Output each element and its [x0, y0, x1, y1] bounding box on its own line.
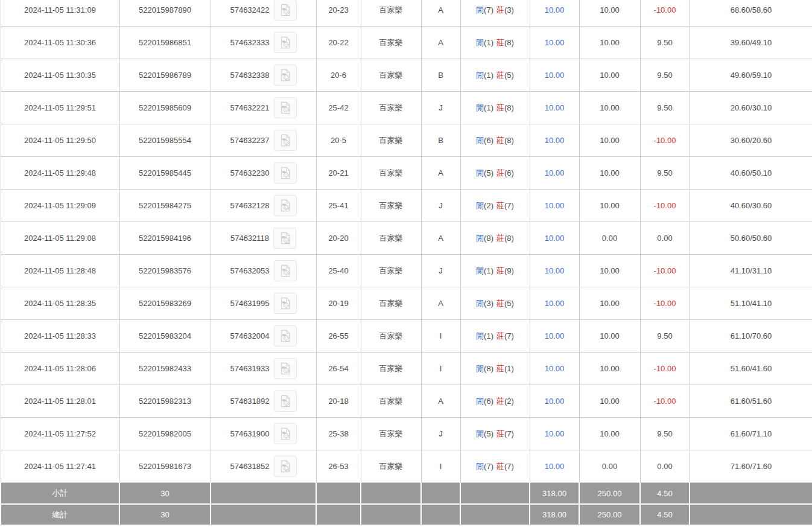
bet-amount-link[interactable]: 10.00 — [545, 299, 565, 308]
banker-points: (5) — [504, 71, 514, 80]
video-replay-button[interactable] — [274, 195, 297, 216]
cell-bet-amount: 10.00 — [530, 450, 579, 483]
payout-amount: -10.00 — [654, 136, 676, 145]
bet-amount-link[interactable]: 10.00 — [545, 364, 565, 373]
cell-balance: 39.60/49.10 — [690, 27, 812, 59]
video-file-icon — [279, 134, 291, 147]
bet-amount-link[interactable]: 10.00 — [545, 201, 565, 210]
empty-cell — [211, 504, 316, 525]
bet-amount-link[interactable]: 10.00 — [545, 5, 565, 14]
video-replay-button[interactable] — [274, 293, 297, 314]
cell-payout: 0.00 — [640, 450, 690, 483]
video-file-icon — [279, 330, 291, 342]
video-replay-button[interactable] — [273, 228, 296, 249]
subtotal-payout: 4.50 — [640, 483, 690, 505]
table-row: 2024-11-05 11:28:33 522015983204 5746320… — [1, 320, 812, 353]
cell-round-no: 574632118 — [211, 222, 316, 255]
video-file-icon — [279, 427, 291, 440]
bet-amount-link[interactable]: 10.00 — [545, 397, 565, 406]
valid-amount: 0.00 — [602, 462, 617, 471]
cell-bet-amount: 10.00 — [530, 157, 579, 190]
round-number: 574632128 — [230, 201, 269, 210]
cell-shoe-round: 25-42 — [316, 92, 361, 124]
video-replay-button[interactable] — [274, 32, 297, 53]
video-replay-button[interactable] — [274, 97, 297, 118]
bet-amount-link[interactable]: 10.00 — [545, 168, 565, 177]
bet-amount-link[interactable]: 10.00 — [545, 462, 565, 471]
bet-amount-link[interactable]: 10.00 — [545, 331, 565, 340]
shoe-round: 20-19 — [328, 299, 348, 308]
bet-time: 2024-11-05 11:30:35 — [24, 71, 96, 80]
cell-game-result: 閒(1)莊(7) — [460, 320, 530, 353]
cell-balance: 61.60/71.10 — [690, 418, 812, 450]
cell-valid-amount: 10.00 — [579, 124, 640, 157]
table-code: J — [439, 103, 443, 112]
bet-amount-link[interactable]: 10.00 — [545, 136, 565, 145]
cell-game-result: 閒(2)莊(7) — [460, 190, 530, 222]
bet-amount-link[interactable]: 10.00 — [545, 234, 565, 243]
video-replay-button[interactable] — [274, 358, 297, 379]
banker-result-label: 莊 — [496, 234, 504, 243]
cell-payout: 9.50 — [640, 27, 690, 59]
balance-value: 51.60/41.60 — [731, 364, 772, 373]
video-replay-button[interactable] — [274, 260, 297, 281]
round-number: 574631852 — [230, 462, 269, 471]
cell-bet-time: 2024-11-05 11:27:41 — [1, 450, 119, 483]
cell-bet-time: 2024-11-05 11:28:48 — [1, 255, 119, 287]
cell-game-type: 百家樂 — [361, 92, 421, 124]
video-replay-button[interactable] — [274, 162, 297, 184]
video-replay-button[interactable] — [274, 130, 297, 151]
video-replay-button[interactable] — [274, 456, 297, 477]
bet-amount-link[interactable]: 10.00 — [545, 429, 565, 438]
round-number: 574632004 — [230, 331, 269, 340]
table-row: 2024-11-05 11:29:48 522015985445 5746322… — [1, 157, 812, 190]
video-replay-button[interactable] — [274, 391, 297, 412]
bet-amount-link[interactable]: 10.00 — [545, 38, 565, 47]
cell-bet-amount: 10.00 — [530, 385, 579, 418]
cell-round-no: 574631995 — [211, 287, 316, 320]
payout-amount: 9.50 — [657, 38, 672, 47]
table-code: A — [438, 5, 443, 14]
table-row: 2024-11-05 11:30:36 522015986851 5746323… — [1, 27, 812, 59]
cell-game-result: 閒(8)莊(8) — [460, 222, 530, 255]
cell-bet-amount: 10.00 — [530, 320, 579, 353]
bet-amount-link[interactable]: 10.00 — [545, 103, 565, 112]
video-replay-button[interactable] — [274, 325, 297, 347]
player-points: (8) — [484, 364, 493, 373]
round-number: 574632230 — [230, 168, 269, 177]
empty-cell — [460, 483, 530, 505]
order-number: 522015983576 — [139, 266, 191, 275]
cell-shoe-round: 25-40 — [316, 255, 361, 287]
valid-amount: 10.00 — [600, 299, 620, 308]
cell-game-type: 百家樂 — [361, 0, 421, 27]
empty-cell — [690, 483, 812, 505]
cell-valid-amount: 10.00 — [579, 255, 640, 287]
bet-amount-link[interactable]: 10.00 — [545, 266, 565, 275]
total-count: 30 — [119, 504, 211, 525]
total-bet: 318.00 — [530, 504, 579, 525]
order-number: 522015985609 — [139, 103, 191, 112]
video-replay-button[interactable] — [274, 0, 297, 21]
valid-amount: 10.00 — [600, 71, 620, 80]
video-replay-button[interactable] — [274, 65, 297, 86]
bet-amount-link[interactable]: 10.00 — [545, 71, 565, 80]
banker-result-label: 莊 — [496, 103, 504, 112]
cell-game-result: 閒(5)莊(6) — [460, 157, 530, 190]
valid-amount: 10.00 — [600, 364, 620, 373]
cell-table-code: J — [421, 255, 460, 287]
cell-game-result: 閒(7)莊(7) — [460, 450, 530, 483]
empty-cell — [690, 504, 812, 525]
shoe-round: 25-38 — [328, 429, 348, 438]
cell-round-no: 574631852 — [211, 450, 316, 483]
player-points: (1) — [484, 38, 493, 47]
payout-amount: 0.00 — [657, 462, 672, 471]
banker-result-label: 莊 — [496, 266, 504, 275]
video-replay-button[interactable] — [274, 423, 297, 444]
table-row: 2024-11-05 11:28:06 522015982433 5746319… — [1, 353, 812, 385]
cell-shoe-round: 26-53 — [316, 450, 361, 483]
bet-records-panel: 2024-11-05 11:31:09 522015987890 5746324… — [0, 0, 812, 527]
empty-cell — [316, 483, 361, 505]
game-type: 百家樂 — [379, 5, 403, 14]
cell-balance: 68.60/58.60 — [690, 0, 812, 27]
cell-shoe-round: 20-23 — [316, 0, 361, 27]
